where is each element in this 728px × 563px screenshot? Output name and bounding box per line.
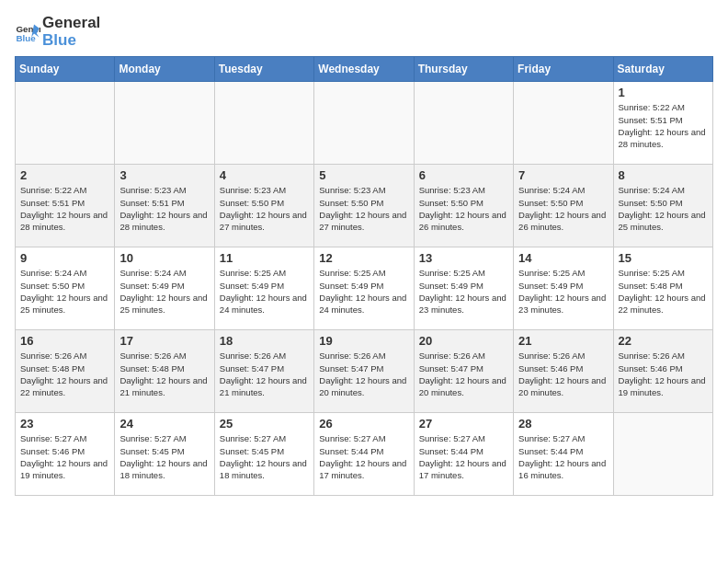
day-number: 27 bbox=[419, 417, 508, 431]
weekday-header-saturday: Saturday bbox=[613, 57, 712, 82]
calendar-header: SundayMondayTuesdayWednesdayThursdayFrid… bbox=[16, 57, 713, 82]
day-info: Sunrise: 5:26 AM Sunset: 5:47 PM Dayligh… bbox=[220, 350, 309, 398]
calendar-table: SundayMondayTuesdayWednesdayThursdayFrid… bbox=[15, 56, 713, 496]
calendar-week-1: 1Sunrise: 5:22 AM Sunset: 5:51 PM Daylig… bbox=[16, 82, 713, 165]
calendar-cell bbox=[214, 82, 313, 165]
logo-blue: Blue bbox=[42, 32, 100, 50]
day-number: 6 bbox=[419, 168, 508, 182]
day-info: Sunrise: 5:23 AM Sunset: 5:51 PM Dayligh… bbox=[119, 184, 209, 233]
day-number: 8 bbox=[619, 168, 708, 182]
calendar-cell: 7Sunrise: 5:24 AM Sunset: 5:50 PM Daylig… bbox=[514, 165, 613, 247]
day-number: 23 bbox=[20, 417, 109, 431]
calendar-cell: 24Sunrise: 5:27 AM Sunset: 5:45 PM Dayli… bbox=[115, 413, 214, 496]
day-info: Sunrise: 5:27 AM Sunset: 5:45 PM Dayligh… bbox=[119, 432, 209, 481]
day-info: Sunrise: 5:25 AM Sunset: 5:49 PM Dayligh… bbox=[319, 267, 408, 316]
day-info: Sunrise: 5:27 AM Sunset: 5:46 PM Dayligh… bbox=[20, 432, 109, 481]
calendar-cell: 12Sunrise: 5:25 AM Sunset: 5:49 PM Dayli… bbox=[314, 247, 414, 330]
calendar-cell: 9Sunrise: 5:24 AM Sunset: 5:50 PM Daylig… bbox=[16, 247, 115, 330]
day-number: 11 bbox=[220, 251, 309, 265]
day-info: Sunrise: 5:24 AM Sunset: 5:50 PM Dayligh… bbox=[20, 267, 109, 316]
calendar-cell bbox=[613, 413, 712, 496]
logo-icon: General Blue bbox=[15, 19, 40, 45]
day-number: 26 bbox=[319, 417, 408, 431]
day-number: 17 bbox=[119, 334, 209, 348]
day-number: 7 bbox=[518, 168, 608, 182]
weekday-header-friday: Friday bbox=[514, 57, 613, 82]
calendar-cell: 17Sunrise: 5:26 AM Sunset: 5:48 PM Dayli… bbox=[115, 330, 214, 413]
calendar-cell: 22Sunrise: 5:26 AM Sunset: 5:46 PM Dayli… bbox=[613, 330, 712, 413]
day-number: 28 bbox=[518, 417, 608, 431]
calendar-cell: 5Sunrise: 5:23 AM Sunset: 5:50 PM Daylig… bbox=[314, 165, 414, 247]
weekday-header-tuesday: Tuesday bbox=[214, 57, 313, 82]
day-info: Sunrise: 5:23 AM Sunset: 5:50 PM Dayligh… bbox=[220, 184, 309, 233]
calendar-cell bbox=[314, 82, 414, 165]
day-number: 14 bbox=[518, 251, 608, 265]
day-info: Sunrise: 5:25 AM Sunset: 5:49 PM Dayligh… bbox=[518, 267, 608, 316]
day-number: 22 bbox=[619, 334, 708, 348]
day-info: Sunrise: 5:23 AM Sunset: 5:50 PM Dayligh… bbox=[319, 184, 408, 233]
day-number: 15 bbox=[619, 251, 708, 265]
calendar-cell: 20Sunrise: 5:26 AM Sunset: 5:47 PM Dayli… bbox=[414, 330, 513, 413]
calendar-cell: 15Sunrise: 5:25 AM Sunset: 5:48 PM Dayli… bbox=[613, 247, 712, 330]
day-number: 25 bbox=[220, 417, 309, 431]
day-info: Sunrise: 5:27 AM Sunset: 5:44 PM Dayligh… bbox=[419, 432, 508, 481]
day-info: Sunrise: 5:24 AM Sunset: 5:50 PM Dayligh… bbox=[619, 184, 708, 233]
day-number: 16 bbox=[20, 334, 109, 348]
day-number: 10 bbox=[119, 251, 209, 265]
weekday-header-thursday: Thursday bbox=[414, 57, 513, 82]
calendar-week-3: 9Sunrise: 5:24 AM Sunset: 5:50 PM Daylig… bbox=[16, 247, 713, 330]
day-number: 4 bbox=[220, 168, 309, 182]
day-info: Sunrise: 5:26 AM Sunset: 5:48 PM Dayligh… bbox=[20, 350, 109, 398]
day-info: Sunrise: 5:27 AM Sunset: 5:44 PM Dayligh… bbox=[319, 432, 408, 481]
day-info: Sunrise: 5:26 AM Sunset: 5:46 PM Dayligh… bbox=[619, 350, 708, 398]
calendar-cell: 1Sunrise: 5:22 AM Sunset: 5:51 PM Daylig… bbox=[613, 82, 712, 165]
day-info: Sunrise: 5:27 AM Sunset: 5:44 PM Dayligh… bbox=[518, 432, 608, 481]
weekday-header-sunday: Sunday bbox=[16, 57, 115, 82]
day-number: 12 bbox=[319, 251, 408, 265]
calendar-cell: 28Sunrise: 5:27 AM Sunset: 5:44 PM Dayli… bbox=[514, 413, 613, 496]
calendar-week-5: 23Sunrise: 5:27 AM Sunset: 5:46 PM Dayli… bbox=[16, 413, 713, 496]
day-info: Sunrise: 5:25 AM Sunset: 5:48 PM Dayligh… bbox=[619, 267, 708, 316]
logo-general: General bbox=[42, 15, 100, 32]
calendar-cell: 8Sunrise: 5:24 AM Sunset: 5:50 PM Daylig… bbox=[613, 165, 712, 247]
day-number: 19 bbox=[319, 334, 408, 348]
day-number: 20 bbox=[419, 334, 508, 348]
day-number: 3 bbox=[119, 168, 209, 182]
calendar-cell bbox=[16, 82, 115, 165]
day-info: Sunrise: 5:24 AM Sunset: 5:49 PM Dayligh… bbox=[119, 267, 209, 316]
calendar-cell: 14Sunrise: 5:25 AM Sunset: 5:49 PM Dayli… bbox=[514, 247, 613, 330]
day-info: Sunrise: 5:27 AM Sunset: 5:45 PM Dayligh… bbox=[220, 432, 309, 481]
day-info: Sunrise: 5:26 AM Sunset: 5:47 PM Dayligh… bbox=[319, 350, 408, 398]
calendar-cell bbox=[514, 82, 613, 165]
day-number: 24 bbox=[119, 417, 209, 431]
calendar-cell: 11Sunrise: 5:25 AM Sunset: 5:49 PM Dayli… bbox=[214, 247, 313, 330]
day-info: Sunrise: 5:26 AM Sunset: 5:46 PM Dayligh… bbox=[518, 350, 608, 398]
page-header: General Blue General Blue bbox=[15, 15, 713, 49]
day-info: Sunrise: 5:26 AM Sunset: 5:48 PM Dayligh… bbox=[119, 350, 209, 398]
calendar-cell: 16Sunrise: 5:26 AM Sunset: 5:48 PM Dayli… bbox=[16, 330, 115, 413]
weekday-header-wednesday: Wednesday bbox=[314, 57, 414, 82]
day-number: 21 bbox=[518, 334, 608, 348]
calendar-cell: 27Sunrise: 5:27 AM Sunset: 5:44 PM Dayli… bbox=[414, 413, 513, 496]
day-number: 13 bbox=[419, 251, 508, 265]
logo: General Blue General Blue bbox=[15, 15, 100, 49]
day-info: Sunrise: 5:23 AM Sunset: 5:50 PM Dayligh… bbox=[419, 184, 508, 233]
day-number: 9 bbox=[20, 251, 109, 265]
calendar-cell: 25Sunrise: 5:27 AM Sunset: 5:45 PM Dayli… bbox=[214, 413, 313, 496]
calendar-cell: 2Sunrise: 5:22 AM Sunset: 5:51 PM Daylig… bbox=[16, 165, 115, 247]
day-info: Sunrise: 5:25 AM Sunset: 5:49 PM Dayligh… bbox=[419, 267, 508, 316]
day-number: 18 bbox=[220, 334, 309, 348]
calendar-cell: 26Sunrise: 5:27 AM Sunset: 5:44 PM Dayli… bbox=[314, 413, 414, 496]
calendar-cell: 3Sunrise: 5:23 AM Sunset: 5:51 PM Daylig… bbox=[115, 165, 214, 247]
calendar-cell: 6Sunrise: 5:23 AM Sunset: 5:50 PM Daylig… bbox=[414, 165, 513, 247]
calendar-week-4: 16Sunrise: 5:26 AM Sunset: 5:48 PM Dayli… bbox=[16, 330, 713, 413]
day-number: 1 bbox=[619, 86, 708, 99]
calendar-cell: 18Sunrise: 5:26 AM Sunset: 5:47 PM Dayli… bbox=[214, 330, 313, 413]
calendar-cell: 13Sunrise: 5:25 AM Sunset: 5:49 PM Dayli… bbox=[414, 247, 513, 330]
calendar-cell: 23Sunrise: 5:27 AM Sunset: 5:46 PM Dayli… bbox=[16, 413, 115, 496]
day-number: 5 bbox=[319, 168, 408, 182]
day-info: Sunrise: 5:22 AM Sunset: 5:51 PM Dayligh… bbox=[619, 101, 708, 150]
calendar-cell: 10Sunrise: 5:24 AM Sunset: 5:49 PM Dayli… bbox=[115, 247, 214, 330]
calendar-cell bbox=[414, 82, 513, 165]
day-info: Sunrise: 5:26 AM Sunset: 5:47 PM Dayligh… bbox=[419, 350, 508, 398]
